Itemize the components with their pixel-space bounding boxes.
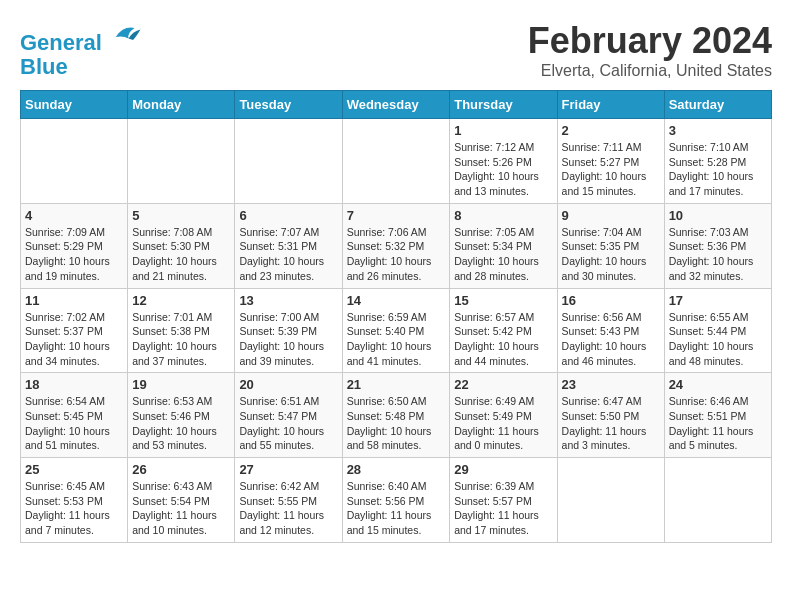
day-number: 18 bbox=[25, 377, 123, 392]
day-number: 27 bbox=[239, 462, 337, 477]
calendar-cell: 22Sunrise: 6:49 AM Sunset: 5:49 PM Dayli… bbox=[450, 373, 557, 458]
calendar-cell: 28Sunrise: 6:40 AM Sunset: 5:56 PM Dayli… bbox=[342, 458, 450, 543]
day-info: Sunrise: 6:50 AM Sunset: 5:48 PM Dayligh… bbox=[347, 394, 446, 453]
day-info: Sunrise: 7:02 AM Sunset: 5:37 PM Dayligh… bbox=[25, 310, 123, 369]
calendar-cell: 3Sunrise: 7:10 AM Sunset: 5:28 PM Daylig… bbox=[664, 119, 771, 204]
header-friday: Friday bbox=[557, 91, 664, 119]
day-number: 13 bbox=[239, 293, 337, 308]
day-info: Sunrise: 6:55 AM Sunset: 5:44 PM Dayligh… bbox=[669, 310, 767, 369]
day-number: 7 bbox=[347, 208, 446, 223]
day-info: Sunrise: 7:01 AM Sunset: 5:38 PM Dayligh… bbox=[132, 310, 230, 369]
calendar-cell: 25Sunrise: 6:45 AM Sunset: 5:53 PM Dayli… bbox=[21, 458, 128, 543]
location-subtitle: Elverta, California, United States bbox=[528, 62, 772, 80]
day-info: Sunrise: 6:40 AM Sunset: 5:56 PM Dayligh… bbox=[347, 479, 446, 538]
calendar-cell: 6Sunrise: 7:07 AM Sunset: 5:31 PM Daylig… bbox=[235, 203, 342, 288]
day-number: 15 bbox=[454, 293, 552, 308]
calendar-week-row: 4Sunrise: 7:09 AM Sunset: 5:29 PM Daylig… bbox=[21, 203, 772, 288]
day-number: 2 bbox=[562, 123, 660, 138]
day-number: 8 bbox=[454, 208, 552, 223]
calendar-cell: 18Sunrise: 6:54 AM Sunset: 5:45 PM Dayli… bbox=[21, 373, 128, 458]
day-number: 22 bbox=[454, 377, 552, 392]
day-info: Sunrise: 7:00 AM Sunset: 5:39 PM Dayligh… bbox=[239, 310, 337, 369]
calendar-cell bbox=[21, 119, 128, 204]
calendar-cell: 1Sunrise: 7:12 AM Sunset: 5:26 PM Daylig… bbox=[450, 119, 557, 204]
day-number: 16 bbox=[562, 293, 660, 308]
header-tuesday: Tuesday bbox=[235, 91, 342, 119]
calendar-cell: 16Sunrise: 6:56 AM Sunset: 5:43 PM Dayli… bbox=[557, 288, 664, 373]
day-number: 20 bbox=[239, 377, 337, 392]
calendar-cell: 9Sunrise: 7:04 AM Sunset: 5:35 PM Daylig… bbox=[557, 203, 664, 288]
day-number: 19 bbox=[132, 377, 230, 392]
calendar-cell: 23Sunrise: 6:47 AM Sunset: 5:50 PM Dayli… bbox=[557, 373, 664, 458]
day-number: 12 bbox=[132, 293, 230, 308]
day-info: Sunrise: 7:09 AM Sunset: 5:29 PM Dayligh… bbox=[25, 225, 123, 284]
calendar-cell bbox=[342, 119, 450, 204]
calendar-cell: 7Sunrise: 7:06 AM Sunset: 5:32 PM Daylig… bbox=[342, 203, 450, 288]
calendar-cell: 5Sunrise: 7:08 AM Sunset: 5:30 PM Daylig… bbox=[128, 203, 235, 288]
day-number: 6 bbox=[239, 208, 337, 223]
logo-text: General bbox=[20, 20, 142, 55]
day-info: Sunrise: 6:56 AM Sunset: 5:43 PM Dayligh… bbox=[562, 310, 660, 369]
header-monday: Monday bbox=[128, 91, 235, 119]
calendar-cell: 10Sunrise: 7:03 AM Sunset: 5:36 PM Dayli… bbox=[664, 203, 771, 288]
day-info: Sunrise: 6:53 AM Sunset: 5:46 PM Dayligh… bbox=[132, 394, 230, 453]
day-info: Sunrise: 7:03 AM Sunset: 5:36 PM Dayligh… bbox=[669, 225, 767, 284]
calendar-cell: 8Sunrise: 7:05 AM Sunset: 5:34 PM Daylig… bbox=[450, 203, 557, 288]
day-number: 25 bbox=[25, 462, 123, 477]
calendar-header-row: SundayMondayTuesdayWednesdayThursdayFrid… bbox=[21, 91, 772, 119]
calendar-cell: 2Sunrise: 7:11 AM Sunset: 5:27 PM Daylig… bbox=[557, 119, 664, 204]
day-number: 26 bbox=[132, 462, 230, 477]
calendar-cell: 21Sunrise: 6:50 AM Sunset: 5:48 PM Dayli… bbox=[342, 373, 450, 458]
calendar-cell: 13Sunrise: 7:00 AM Sunset: 5:39 PM Dayli… bbox=[235, 288, 342, 373]
day-info: Sunrise: 6:57 AM Sunset: 5:42 PM Dayligh… bbox=[454, 310, 552, 369]
logo: General Blue bbox=[20, 20, 142, 79]
day-info: Sunrise: 7:12 AM Sunset: 5:26 PM Dayligh… bbox=[454, 140, 552, 199]
day-number: 24 bbox=[669, 377, 767, 392]
calendar-table: SundayMondayTuesdayWednesdayThursdayFrid… bbox=[20, 90, 772, 543]
calendar-week-row: 11Sunrise: 7:02 AM Sunset: 5:37 PM Dayli… bbox=[21, 288, 772, 373]
day-number: 4 bbox=[25, 208, 123, 223]
day-info: Sunrise: 6:42 AM Sunset: 5:55 PM Dayligh… bbox=[239, 479, 337, 538]
day-number: 5 bbox=[132, 208, 230, 223]
day-number: 29 bbox=[454, 462, 552, 477]
page-header: General Blue February 2024 Elverta, Cali… bbox=[20, 20, 772, 80]
day-info: Sunrise: 6:39 AM Sunset: 5:57 PM Dayligh… bbox=[454, 479, 552, 538]
calendar-cell bbox=[235, 119, 342, 204]
calendar-cell bbox=[664, 458, 771, 543]
month-title: February 2024 bbox=[528, 20, 772, 62]
calendar-week-row: 1Sunrise: 7:12 AM Sunset: 5:26 PM Daylig… bbox=[21, 119, 772, 204]
day-info: Sunrise: 6:45 AM Sunset: 5:53 PM Dayligh… bbox=[25, 479, 123, 538]
day-number: 10 bbox=[669, 208, 767, 223]
day-info: Sunrise: 7:06 AM Sunset: 5:32 PM Dayligh… bbox=[347, 225, 446, 284]
header-saturday: Saturday bbox=[664, 91, 771, 119]
calendar-cell: 27Sunrise: 6:42 AM Sunset: 5:55 PM Dayli… bbox=[235, 458, 342, 543]
calendar-cell: 26Sunrise: 6:43 AM Sunset: 5:54 PM Dayli… bbox=[128, 458, 235, 543]
day-info: Sunrise: 6:43 AM Sunset: 5:54 PM Dayligh… bbox=[132, 479, 230, 538]
day-info: Sunrise: 7:07 AM Sunset: 5:31 PM Dayligh… bbox=[239, 225, 337, 284]
day-number: 11 bbox=[25, 293, 123, 308]
day-info: Sunrise: 6:54 AM Sunset: 5:45 PM Dayligh… bbox=[25, 394, 123, 453]
calendar-cell: 15Sunrise: 6:57 AM Sunset: 5:42 PM Dayli… bbox=[450, 288, 557, 373]
calendar-cell: 14Sunrise: 6:59 AM Sunset: 5:40 PM Dayli… bbox=[342, 288, 450, 373]
day-number: 3 bbox=[669, 123, 767, 138]
calendar-cell: 12Sunrise: 7:01 AM Sunset: 5:38 PM Dayli… bbox=[128, 288, 235, 373]
day-number: 9 bbox=[562, 208, 660, 223]
logo-text-blue: Blue bbox=[20, 55, 142, 79]
day-number: 23 bbox=[562, 377, 660, 392]
day-number: 28 bbox=[347, 462, 446, 477]
day-info: Sunrise: 6:47 AM Sunset: 5:50 PM Dayligh… bbox=[562, 394, 660, 453]
calendar-cell: 4Sunrise: 7:09 AM Sunset: 5:29 PM Daylig… bbox=[21, 203, 128, 288]
day-info: Sunrise: 7:11 AM Sunset: 5:27 PM Dayligh… bbox=[562, 140, 660, 199]
calendar-cell: 20Sunrise: 6:51 AM Sunset: 5:47 PM Dayli… bbox=[235, 373, 342, 458]
day-number: 1 bbox=[454, 123, 552, 138]
calendar-week-row: 18Sunrise: 6:54 AM Sunset: 5:45 PM Dayli… bbox=[21, 373, 772, 458]
calendar-cell: 17Sunrise: 6:55 AM Sunset: 5:44 PM Dayli… bbox=[664, 288, 771, 373]
day-info: Sunrise: 7:05 AM Sunset: 5:34 PM Dayligh… bbox=[454, 225, 552, 284]
day-info: Sunrise: 7:10 AM Sunset: 5:28 PM Dayligh… bbox=[669, 140, 767, 199]
day-info: Sunrise: 6:49 AM Sunset: 5:49 PM Dayligh… bbox=[454, 394, 552, 453]
day-number: 14 bbox=[347, 293, 446, 308]
day-info: Sunrise: 6:59 AM Sunset: 5:40 PM Dayligh… bbox=[347, 310, 446, 369]
calendar-cell: 11Sunrise: 7:02 AM Sunset: 5:37 PM Dayli… bbox=[21, 288, 128, 373]
calendar-cell: 19Sunrise: 6:53 AM Sunset: 5:46 PM Dayli… bbox=[128, 373, 235, 458]
calendar-cell bbox=[128, 119, 235, 204]
